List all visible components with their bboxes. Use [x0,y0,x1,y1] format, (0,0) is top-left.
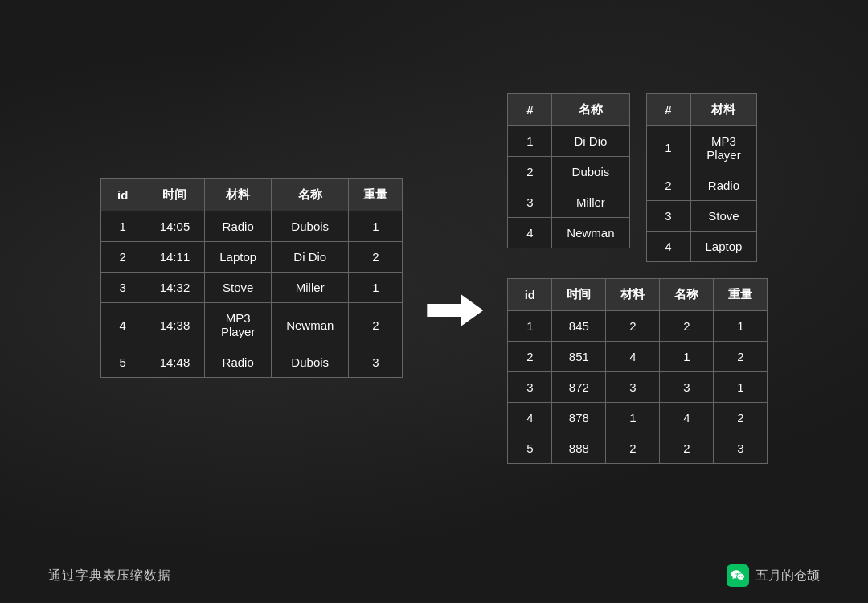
compressed-header-id: id [508,278,552,310]
table-cell: Di Dio [552,125,629,156]
table-cell: 3 [100,273,145,303]
left-header-weight: 重量 [349,179,403,211]
table-cell: 2 [508,341,552,371]
table-cell: Laptop [690,231,757,261]
content-area: id 时间 材料 名称 重量 114:05RadioDubois1214:11L… [0,0,868,556]
table-row: 1845221 [508,310,768,341]
table-row: 4878142 [508,402,768,433]
table-cell: 2 [508,156,552,187]
table-cell: 14:11 [145,242,205,273]
footer-brand: 五月的仓颉 [727,564,820,587]
table-cell: 14:48 [145,347,205,378]
compressed-header-material: 材料 [606,278,660,310]
table-cell: 1 [349,211,403,242]
dict-materials-header-material: 材料 [690,93,757,125]
table-cell: 888 [552,433,606,463]
right-top-tables: # 名称 1Di Dio2Dubois3Miller4Newman # 材料 [507,93,757,262]
table-cell: 4 [508,402,552,433]
right-section: # 名称 1Di Dio2Dubois3Miller4Newman # 材料 [507,93,768,464]
footer-text: 通过字典表压缩数据 [48,568,171,585]
table-cell: 3 [714,433,768,463]
dict-names-header-name: 名称 [552,93,629,125]
dict-names-table: # 名称 1Di Dio2Dubois3Miller4Newman [507,93,629,248]
left-header-time: 时间 [145,179,205,211]
table-row: 1MP3 Player [646,125,757,170]
table-row: 3Miller [508,187,629,217]
table-cell: 2 [714,341,768,371]
wechat-icon [727,564,749,587]
table-cell: 2 [660,310,714,341]
table-cell: 4 [660,402,714,433]
table-row: 514:48RadioDubois3 [100,347,403,378]
table-cell: 1 [508,125,552,156]
table-cell: Stove [205,273,272,303]
table-cell: Dubois [272,347,349,378]
table-cell: 1 [100,211,145,242]
table-cell: Dubois [272,211,349,242]
table-row: 3Stove [646,200,757,231]
table-cell: 5 [508,433,552,463]
table-cell: 1 [508,310,552,341]
table-cell: 3 [646,200,690,231]
table-cell: 14:38 [145,303,205,347]
table-cell: Miller [552,187,629,217]
table-cell: 4 [100,303,145,347]
table-cell: 878 [552,402,606,433]
table-cell: Newman [552,217,629,248]
table-cell: 4 [646,231,690,261]
table-cell: Newman [272,303,349,347]
table-cell: 1 [606,402,660,433]
table-cell: 3 [349,347,403,378]
table-cell: 14:05 [145,211,205,242]
left-header-name: 名称 [272,179,349,211]
brand-name: 五月的仓颉 [755,568,820,585]
table-cell: Di Dio [272,242,349,273]
table-cell: MP3 Player [690,125,757,170]
table-cell: 4 [606,341,660,371]
compressed-header-time: 时间 [552,278,606,310]
left-table: id 时间 材料 名称 重量 114:05RadioDubois1214:11L… [100,178,403,378]
left-header-id: id [100,179,145,211]
table-cell: 1 [660,341,714,371]
table-cell: 2 [646,170,690,200]
compressed-header-weight: 重量 [714,278,768,310]
left-header-material: 材料 [205,179,272,211]
table-row: 4Newman [508,217,629,248]
main-container: id 时间 材料 名称 重量 114:05RadioDubois1214:11L… [0,0,868,603]
table-cell: 1 [714,371,768,402]
table-cell: 3 [606,371,660,402]
compressed-header-name: 名称 [660,278,714,310]
table-cell: 5 [100,347,145,378]
dict-names-header-num: # [508,93,552,125]
table-cell: Radio [205,211,272,242]
table-cell: 851 [552,341,606,371]
arrow-section [403,294,507,326]
table-cell: 4 [508,217,552,248]
arrow-icon [427,294,483,326]
dict-materials-table: # 材料 1MP3 Player2Radio3Stove4Laptop [646,93,758,262]
compressed-table: id 时间 材料 名称 重量 1845221285141238723314878… [507,278,768,464]
table-row: 4Laptop [646,231,757,261]
table-cell: 2 [349,242,403,273]
table-cell: 2 [714,402,768,433]
table-cell: 1 [349,273,403,303]
table-cell: Miller [272,273,349,303]
table-row: 314:32StoveMiller1 [100,273,403,303]
table-cell: MP3 Player [205,303,272,347]
table-cell: Dubois [552,156,629,187]
table-row: 114:05RadioDubois1 [100,211,403,242]
table-cell: 2 [660,433,714,463]
table-cell: Radio [205,347,272,378]
table-cell: 1 [646,125,690,170]
table-cell: 2 [606,433,660,463]
table-cell: 3 [660,371,714,402]
dict-materials-header-num: # [646,93,690,125]
table-row: 2Dubois [508,156,629,187]
table-row: 214:11LaptopDi Dio2 [100,242,403,273]
table-cell: Radio [690,170,757,200]
table-row: 5888223 [508,433,768,463]
table-row: 2Radio [646,170,757,200]
footer: 通过字典表压缩数据 五月的仓颉 [0,556,868,603]
table-cell: Stove [690,200,757,231]
table-cell: 2 [100,242,145,273]
